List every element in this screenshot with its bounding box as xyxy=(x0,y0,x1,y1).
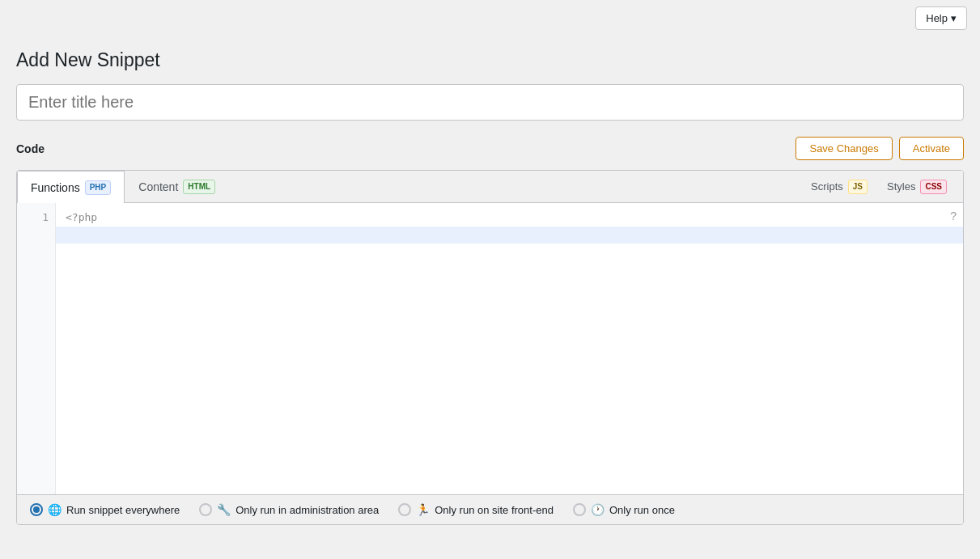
wrench-icon: 🔧 xyxy=(217,503,231,516)
help-label: Help xyxy=(926,12,948,24)
button-group: Save Changes Activate xyxy=(795,137,964,160)
tab-functions-label: Functions xyxy=(31,181,80,194)
tab-functions[interactable]: Functions PHP xyxy=(17,171,125,203)
tab-styles-badge: CSS xyxy=(920,180,947,194)
run-once-label: Only run once xyxy=(609,504,675,516)
tabs-bar: Functions PHP Content HTML Scripts JS St… xyxy=(17,171,963,203)
run-option-frontend[interactable]: 🏃 Only run on site front-end xyxy=(398,503,554,516)
radio-once xyxy=(573,503,586,516)
tabs-right: Scripts JS Styles CSS xyxy=(801,173,963,201)
run-option-admin[interactable]: 🔧 Only run in administration area xyxy=(199,503,379,516)
tab-scripts[interactable]: Scripts JS xyxy=(801,173,877,201)
code-label: Code xyxy=(16,142,45,155)
activate-button[interactable]: Activate xyxy=(899,137,964,160)
run-frontend-label: Only run on site front-end xyxy=(435,504,554,516)
radio-everywhere xyxy=(30,503,43,516)
tab-scripts-label: Scripts xyxy=(811,180,843,193)
help-icon[interactable]: ? xyxy=(950,210,957,222)
tab-styles-label: Styles xyxy=(887,180,915,193)
tabs-left: Functions PHP Content HTML xyxy=(17,171,229,202)
clock-icon: 🕐 xyxy=(591,503,605,516)
tab-content-badge: HTML xyxy=(183,180,215,194)
globe-icon: 🌐 xyxy=(48,503,62,516)
main-content: Add New Snippet Code Save Changes Activa… xyxy=(0,36,980,538)
radio-frontend xyxy=(398,503,411,516)
tab-styles[interactable]: Styles CSS xyxy=(877,173,957,201)
code-editor-area: 1 <?php ? xyxy=(17,203,963,494)
radio-admin xyxy=(199,503,212,516)
help-button[interactable]: Help ▾ xyxy=(915,6,967,30)
run-everywhere-label: Run snippet everywhere xyxy=(66,504,180,516)
code-content: <?php xyxy=(56,203,963,494)
run-admin-label: Only run in administration area xyxy=(235,504,379,516)
page-title: Add New Snippet xyxy=(16,49,964,71)
tab-content[interactable]: Content HTML xyxy=(125,171,229,202)
run-option-once[interactable]: 🕐 Only run once xyxy=(573,503,675,516)
line-number-1: 1 xyxy=(17,210,55,227)
tab-functions-badge: PHP xyxy=(85,180,112,195)
radio-inner-everywhere xyxy=(33,506,40,513)
editor-container: Functions PHP Content HTML Scripts JS St… xyxy=(16,170,964,525)
top-bar: Help ▾ xyxy=(0,0,980,36)
editor-footer: 🌐 Run snippet everywhere 🔧 Only run in a… xyxy=(17,494,963,524)
tab-scripts-badge: JS xyxy=(848,180,868,194)
code-section-header: Code Save Changes Activate xyxy=(16,137,964,160)
run-option-everywhere[interactable]: 🌐 Run snippet everywhere xyxy=(30,503,180,516)
save-changes-button[interactable]: Save Changes xyxy=(795,137,892,160)
tab-content-label: Content xyxy=(138,180,178,193)
snippet-title-input[interactable] xyxy=(16,84,964,121)
line-numbers: 1 xyxy=(17,203,56,494)
chevron-down-icon: ▾ xyxy=(951,12,957,24)
runner-icon: 🏃 xyxy=(416,503,430,516)
